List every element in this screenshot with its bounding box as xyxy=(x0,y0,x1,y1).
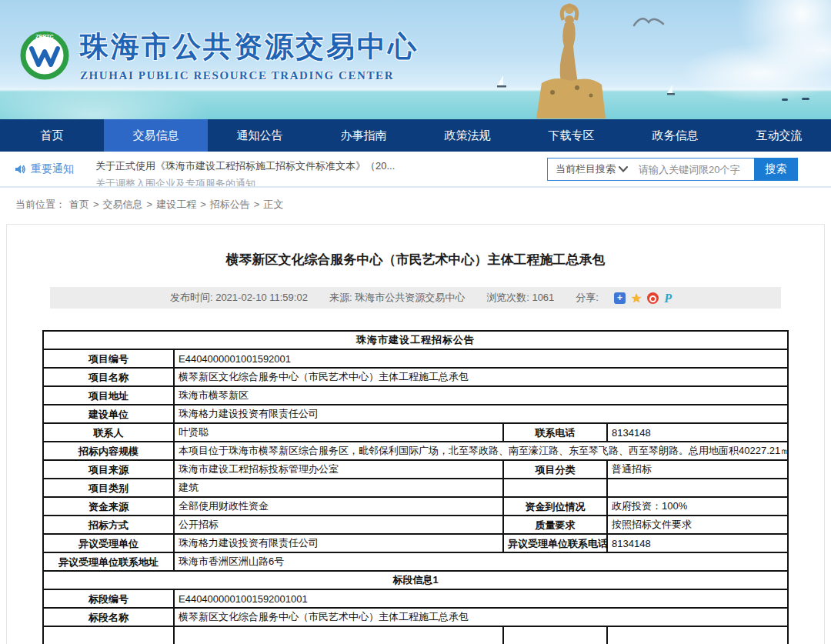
share-icons: +★P xyxy=(614,292,672,304)
view-count: 浏览次数: 1061 xyxy=(486,291,554,305)
field-label xyxy=(503,479,607,497)
field-label: 异议受理单位联系地址 xyxy=(43,552,174,571)
field-value: 珠海格力建设投资有限责任公司 xyxy=(174,405,788,423)
field-value: 按照招标文件要求 xyxy=(607,516,788,534)
field-value: 横琴新区文化综合服务中心（市民艺术中心）主体工程施工总承包 xyxy=(174,368,788,386)
empty-cell xyxy=(503,626,607,644)
field-label: 标段编号 xyxy=(43,589,174,608)
nav-item-gov-info[interactable]: 政务信息 xyxy=(623,119,727,152)
article-meta: 发布时间: 2021-02-10 11:59:02 来源: 珠海市公共资源交易中… xyxy=(50,287,781,309)
field-label: 项目分类 xyxy=(503,460,607,479)
nav-item-policies[interactable]: 政策法规 xyxy=(416,119,519,152)
breadcrumb-item[interactable]: 建设工程 xyxy=(156,199,196,210)
breadcrumb-separator: > xyxy=(93,199,99,210)
breadcrumb-separator: > xyxy=(147,199,153,210)
qq-share-icon[interactable]: + xyxy=(614,292,626,304)
field-label: 联系电话 xyxy=(503,423,607,442)
field-value: 8134148 xyxy=(607,534,788,552)
search-category-select[interactable]: 当前栏目搜索 xyxy=(548,162,636,176)
weibo-share-icon[interactable] xyxy=(647,292,659,304)
field-label: 项目编号 xyxy=(43,349,174,368)
field-label: 资金到位情况 xyxy=(503,497,607,516)
logo-text: ZPRTC xyxy=(35,34,53,39)
field-label: 招标方式 xyxy=(43,516,174,534)
field-label: 标段名称 xyxy=(43,608,174,626)
site-title-en: ZHUHAI PUBLIC RESOURCE TRADING CENTER xyxy=(80,69,419,82)
announcement-table-body: 珠海市建设工程招标公告项目编号E4404000001001592001项目名称横… xyxy=(43,331,788,644)
breadcrumb-item[interactable]: 首页 xyxy=(69,199,89,210)
article-title: 横琴新区文化综合服务中心（市民艺术中心）主体工程施工总承包 xyxy=(22,251,809,269)
table-row: 项目地址珠海市横琴新区 xyxy=(43,386,788,405)
site-title-cn: 珠海市公共资源交易中心 xyxy=(80,28,419,66)
field-value xyxy=(607,479,788,497)
field-value: 8134148 xyxy=(607,423,788,442)
qzone-share-icon[interactable]: ★ xyxy=(631,292,642,304)
field-value: 珠海市香洲区洲山路6号 xyxy=(174,552,788,571)
field-label: 项目地址 xyxy=(43,386,174,405)
field-label: 项目名称 xyxy=(43,368,174,386)
table-row: 珠海市建设工程招标公告 xyxy=(43,331,788,349)
speaker-icon xyxy=(14,163,26,175)
nav-item-notices[interactable]: 通知公告 xyxy=(208,119,312,152)
nav-item-service-guide[interactable]: 办事指南 xyxy=(312,119,416,152)
fisher-girl-statue xyxy=(529,2,614,119)
important-notice-label: 重要通知 xyxy=(14,162,74,176)
table-row: 标段名称横琴新区文化综合服务中心（市民艺术中心）主体工程施工总承包 xyxy=(43,608,788,626)
field-value: 横琴新区文化综合服务中心（市民艺术中心）主体工程施工总承包 xyxy=(174,608,788,626)
field-label: 异议受理单位联系电话 xyxy=(503,534,607,552)
site-banner: ZPRTC 珠海市公共资源交易中心 ZHUHAI PUBLIC RESOURCE… xyxy=(0,0,831,119)
table-row: 联系人叶贤聪联系电话8134148 xyxy=(43,423,788,442)
table-row: 标段信息1 xyxy=(43,571,788,589)
search-input[interactable] xyxy=(636,164,754,175)
notice-bar: 重要通知 关于正式使用《珠海市建设工程招标施工招标文件标准文本》（20...关于… xyxy=(0,152,831,188)
field-value: 建筑 xyxy=(174,479,503,497)
empty-cell xyxy=(607,626,788,644)
main-nav: 首页交易信息通知公告办事指南政策法规下载专区政务信息互动交流 xyxy=(0,119,831,152)
table-row: 标段编号E4404000001001592001001 xyxy=(43,589,788,608)
table-row: 项目来源珠海市建设工程招标投标管理办公室项目分类普通招标 xyxy=(43,460,788,479)
table-row: 招标方式公开招标质量要求按照招标文件要求 xyxy=(43,516,788,534)
nav-item-trade-info[interactable]: 交易信息 xyxy=(104,119,208,152)
field-label: 异议受理单位 xyxy=(43,534,174,552)
field-value: 珠海市横琴新区 xyxy=(174,386,788,405)
table-row: 资金来源全部使用财政性资金资金到位情况政府投资：100% xyxy=(43,497,788,516)
site-logo[interactable]: ZPRTC 珠海市公共资源交易中心 ZHUHAI PUBLIC RESOURCE… xyxy=(20,28,419,82)
sailboat-icon xyxy=(496,75,507,92)
field-value: 普通招标 xyxy=(607,460,788,479)
table-title: 珠海市建设工程招标公告 xyxy=(43,331,788,349)
breadcrumb-item[interactable]: 招标公告 xyxy=(210,199,250,210)
notice-ticker-item[interactable]: 关于正式使用《珠海市建设工程招标施工招标文件标准文本》（20... xyxy=(95,160,526,172)
nav-item-downloads[interactable]: 下载专区 xyxy=(519,119,623,152)
breadcrumb-separator: > xyxy=(254,199,260,210)
field-label: 项目来源 xyxy=(43,460,174,479)
field-value: 全部使用财政性资金 xyxy=(174,497,503,516)
table-row xyxy=(43,626,788,644)
table-row: 项目编号E4404000001001592001 xyxy=(43,349,788,368)
field-label: 资金来源 xyxy=(43,497,174,516)
empty-cell xyxy=(174,626,503,644)
field-value: 政府投资：100% xyxy=(607,497,788,516)
nav-item-home[interactable]: 首页 xyxy=(0,119,104,152)
table-row: 异议受理单位联系地址珠海市香洲区洲山路6号 xyxy=(43,552,788,571)
field-value: 公开招标 xyxy=(174,516,503,534)
logo-emblem-icon: ZPRTC xyxy=(20,31,69,80)
breadcrumb-label: 当前位置： xyxy=(15,199,65,210)
publish-time: 发布时间: 2021-02-10 11:59:02 xyxy=(170,291,308,305)
field-value: 珠海市建设工程招标投标管理办公室 xyxy=(174,460,503,479)
p-share-icon[interactable]: P xyxy=(664,292,672,304)
field-label: 联系人 xyxy=(43,423,174,442)
empty-cell xyxy=(43,626,174,644)
notice-ticker-item[interactable]: 关于调整入围企业及专项服务的通知 xyxy=(95,178,526,186)
nav-item-interaction[interactable]: 互动交流 xyxy=(727,119,831,152)
table-row: 异议受理单位珠海格力建设投资有限责任公司异议受理单位联系电话8134148 xyxy=(43,534,788,552)
breadcrumb-item[interactable]: 正文 xyxy=(263,199,283,210)
distant-boat xyxy=(802,98,809,100)
breadcrumb: 当前位置：首页>交易信息>建设工程>招标公告>正文 xyxy=(0,188,831,220)
important-notice-text: 重要通知 xyxy=(31,162,74,176)
breadcrumb-item[interactable]: 交易信息 xyxy=(103,199,143,210)
field-label: 招标内容规模 xyxy=(43,442,174,460)
search-area: 当前栏目搜索 搜索 xyxy=(547,158,798,181)
search-button[interactable]: 搜索 xyxy=(754,158,798,181)
field-value: E4404000001001592001 xyxy=(174,349,788,368)
chevron-down-icon xyxy=(619,166,628,172)
